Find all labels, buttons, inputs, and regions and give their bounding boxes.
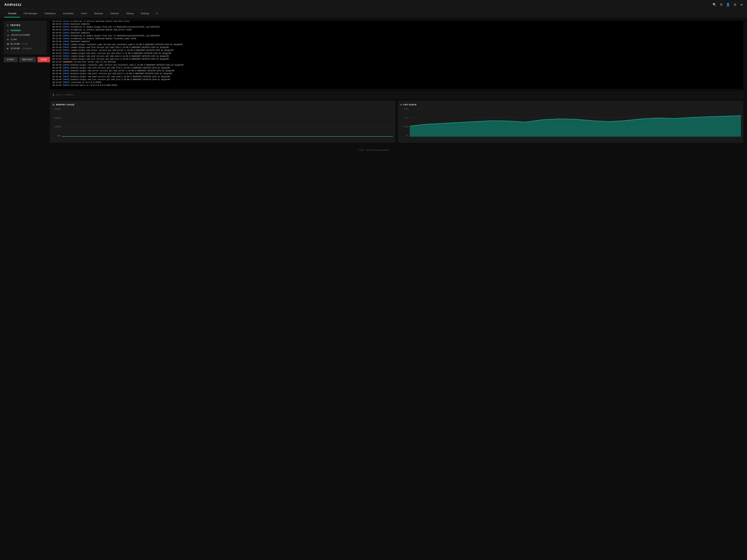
footer: © 2015 - 2020 Pterodactyl Software — [0, 146, 747, 154]
log-time: 00:33:06 — [52, 76, 61, 78]
gear-icon[interactable]: ⚙ — [733, 3, 737, 7]
log-time: 00:33:05 — [52, 32, 61, 34]
tab-backups[interactable]: Backups — [91, 9, 107, 18]
external-link-icon[interactable]: ↗ — [153, 9, 160, 18]
cpu-chart-svg — [410, 108, 741, 137]
log-level: INFO — [64, 78, 68, 81]
memory-icon: ▩ — [6, 43, 9, 45]
log-level: INFO — [64, 35, 68, 37]
tab-users[interactable]: Users — [77, 9, 91, 18]
memory-chart-header: ▩ MEMORY USAGE — [52, 103, 393, 106]
log-level: INFO — [64, 26, 68, 28]
log-text: Attempting to Jenkins download module cm… — [71, 21, 129, 22]
server-name: TESTES — [10, 24, 21, 27]
log-time: 00:33:06 — [52, 84, 61, 86]
log-text: Attempting to Jenkins download module re… — [71, 37, 136, 40]
log-time: 00:33:05 — [52, 29, 61, 31]
tab-databases[interactable]: Databases — [41, 9, 59, 18]
console-log-line: 00:33:06 [INFO] Loaded plugin cmd_alert … — [52, 52, 741, 55]
log-time: 00:33:06 — [52, 44, 61, 46]
tab-settings[interactable]: Settings — [137, 9, 153, 18]
server-card: ☰ TESTES ● RUNNING ☁ 149.202.22.8:25565 … — [4, 21, 47, 54]
log-time: 00:33:06 — [52, 49, 61, 51]
console-log-line: 00:33:06 [INFO] Loaded plugin cmd_list v… — [52, 58, 741, 60]
cpu-chart-wrapper: 0.15% 0.1% 0.05% 0% — [401, 108, 741, 140]
log-text: Loaded plugin cmd_find version git:cmd_f… — [71, 46, 169, 49]
log-level: INFO — [64, 58, 68, 60]
log-text: Started query on /0:0:0:0:0:0:0:0%0:2556… — [71, 84, 117, 86]
log-text: Loaded plugin cmd_server version git:cmd… — [71, 49, 174, 51]
console-log-line: 00:33:06 [INFO] Enabled plugin cmd_send … — [52, 75, 741, 78]
log-time: 00:33:05 — [52, 35, 61, 37]
memory-chart-icon: ▩ — [52, 103, 55, 106]
log-time: 00:33:06 — [52, 61, 61, 63]
memory-chart-svg-area — [62, 108, 393, 137]
cpu-stat: ■ 0.14% — [6, 38, 44, 41]
log-text: Download complete — [71, 23, 90, 25]
console-log-line: 00:33:05 [INFO] Attempting to update plu… — [52, 26, 741, 28]
header-icons: 🔍 ⧉ 👤 ⚙ ➜ — [713, 3, 743, 7]
log-level: INFO — [64, 37, 68, 40]
log-level: INFO — [64, 55, 68, 57]
log-time: 00:33:06 — [52, 78, 61, 81]
console-input[interactable] — [55, 94, 741, 96]
status-stat: ● RUNNING — [6, 29, 44, 32]
status-dot-icon: ● — [6, 29, 9, 32]
log-level: INFO — [64, 76, 68, 78]
svg-marker-9 — [410, 115, 741, 137]
cpu-value: 0.14% — [11, 38, 17, 41]
console-log-line: 00:33:06 [INFO] Enabled plugin cmd_alert… — [52, 72, 741, 75]
memory-chart-title: MEMORY USAGE — [56, 104, 75, 106]
server-title-row: ☰ TESTES — [6, 24, 44, 27]
log-level: INFO — [64, 64, 68, 66]
disk-total: Unlimited — [22, 47, 31, 50]
person-icon[interactable]: 👤 — [726, 3, 730, 7]
memory-y-1000: 1000Mb — [54, 126, 61, 128]
log-level: INFO — [64, 41, 68, 43]
tab-schedules[interactable]: Schedules — [59, 9, 77, 18]
memory-used: 85.78 MB — [10, 43, 20, 45]
tab-startup[interactable]: Startup — [123, 9, 137, 18]
ip-stat: ☁ 149.202.22.8:25565 — [6, 33, 44, 36]
ip-icon: ☁ — [6, 33, 9, 36]
log-time: 00:33:06 — [52, 46, 61, 49]
console-log-line: 00:33:06 [INFO] Enabled plugin cmd_list … — [52, 78, 741, 81]
log-text: Loaded plugin cmd_alert version git:cmd_… — [71, 52, 171, 54]
log-text: Attempting to update plugin from null to… — [71, 35, 160, 37]
log-text: Loaded plugin cmd_send version git:cmd_s… — [71, 55, 169, 57]
cpu-y-0: 0% — [406, 135, 409, 137]
log-level: INFO — [64, 52, 68, 54]
log-level: INFO — [64, 46, 68, 49]
console-log-line: 00:33:06 [INFO] Loaded plugin cmd_find v… — [52, 46, 741, 49]
memory-y-labels: 3000Mb 2000Mb 1000Mb 0Mb — [52, 108, 62, 137]
log-level: INFO — [64, 23, 68, 25]
stop-button[interactable]: STOP — [37, 57, 50, 62]
memory-total: 2 GB — [22, 43, 27, 45]
cpu-chart-title: CPU USAGE — [403, 104, 417, 106]
tab-file-manager[interactable]: File Manager — [20, 9, 41, 18]
console-log-line: 00:33:06 [INFO] Enabled plugin cmd_serve… — [52, 69, 741, 72]
layers-icon[interactable]: ⧉ — [720, 3, 722, 6]
restart-button[interactable]: RESTART — [19, 57, 36, 62]
log-level: INFO — [64, 44, 68, 46]
cpu-y-005: 0.05% — [404, 126, 409, 128]
exit-icon[interactable]: ➜ — [740, 3, 743, 7]
log-text: Listening on /0.0.0.0:25565 — [71, 81, 101, 83]
console-log-line: 00:33:06 [INFO] Enabled plugin reconnect… — [52, 63, 741, 66]
console-area: 00:33:05 [INFO] Attempting to Jenkins do… — [50, 21, 743, 143]
log-level: WARNING — [64, 61, 72, 63]
console-log-line: 00:33:05 [INFO] Attempting to Jenkins do… — [52, 28, 741, 31]
log-text: Forced host server pvp is not defined — [74, 61, 116, 63]
cpu-y-labels: 0.15% 0.1% 0.05% 0% — [401, 108, 410, 137]
log-text: Enabled plugin cmd_server version git:cm… — [71, 70, 175, 72]
start-button[interactable]: START — [4, 57, 18, 62]
tab-console[interactable]: Console — [4, 9, 20, 18]
search-icon[interactable]: 🔍 — [713, 3, 717, 7]
tab-network[interactable]: Network — [107, 9, 123, 18]
cpu-y-015: 0.15% — [404, 108, 409, 110]
log-time: 00:33:05 — [52, 23, 61, 25]
log-text: Enabled plugin reconnect_yaml version gi… — [71, 64, 184, 66]
ip-value: 149.202.22.8:25565 — [11, 34, 30, 36]
console-log-line: 00:33:05 [INFO] Download complete — [52, 31, 741, 34]
log-time: 00:33:06 — [52, 41, 61, 43]
